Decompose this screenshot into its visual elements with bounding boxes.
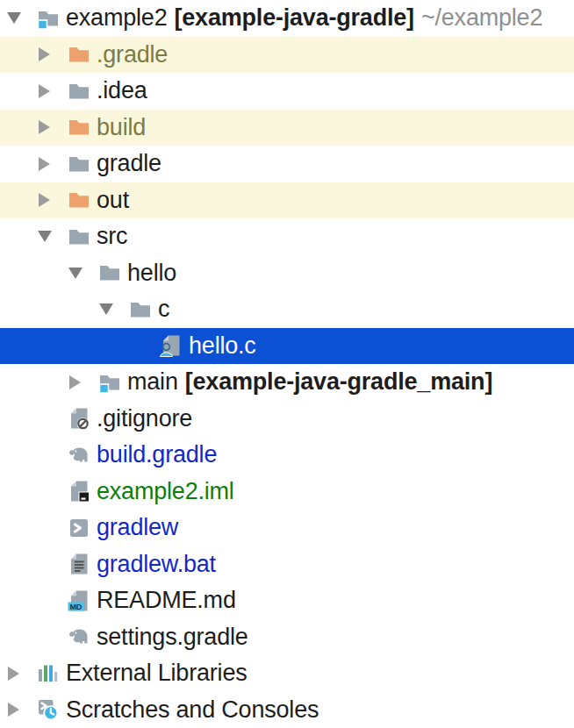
gradle-icon [68, 625, 90, 648]
tree-row-label: build [97, 114, 146, 141]
ignored-file-icon [68, 407, 90, 430]
tree-row-c[interactable]: c [0, 291, 574, 328]
tree-row-label: [example-java-gradle] [174, 4, 413, 32]
tree-row-scratches-consoles[interactable]: Scratches and Consoles [0, 692, 574, 728]
tree-row-dot-idea[interactable]: .idea [0, 73, 574, 110]
tree-row-label: out [97, 187, 129, 214]
project-folder-icon [37, 7, 60, 30]
tree-row-gradlew-bat[interactable]: gradlew.bat [0, 546, 574, 583]
tree-row-label: gradle [97, 150, 161, 177]
module-folder-icon [98, 371, 121, 394]
tree-row-gradlew[interactable]: gradlew [0, 510, 574, 546]
text-file-icon [68, 553, 90, 575]
tree-row-readme-md[interactable]: MDREADME.md [0, 582, 574, 619]
tree-row-label: settings.gradle [97, 624, 248, 651]
markdown-file-icon: MD [68, 589, 90, 612]
tree-row-label: example2.iml [97, 478, 234, 505]
tree-row-label: src [97, 223, 127, 250]
tree-row-label: .idea [97, 77, 147, 104]
iml-file-icon [68, 480, 90, 503]
tree-row-dot-gradle[interactable]: .gradle [0, 37, 574, 74]
expand-toggle-icon[interactable] [38, 193, 68, 207]
folder-icon [98, 261, 121, 284]
excluded-folder-icon [68, 116, 90, 139]
collapse-toggle-icon[interactable] [7, 12, 37, 24]
svg-text:MD: MD [69, 602, 82, 610]
tree-row-out[interactable]: out [0, 182, 574, 219]
expand-toggle-icon[interactable] [7, 667, 37, 681]
external-libraries-icon [37, 662, 60, 685]
expand-toggle-icon[interactable] [68, 375, 98, 389]
collapse-toggle-icon[interactable] [68, 268, 98, 279]
expand-toggle-icon[interactable] [38, 120, 68, 134]
excluded-folder-icon [68, 189, 90, 211]
expand-toggle-icon[interactable] [38, 47, 68, 61]
tree-row-example2-iml[interactable]: example2.iml [0, 474, 574, 510]
tree-row-external-libraries[interactable]: External Libraries [0, 655, 574, 692]
scratches-icon [37, 698, 60, 721]
expand-toggle-icon[interactable] [7, 703, 37, 717]
expand-toggle-icon[interactable] [38, 157, 68, 171]
tree-row-label: README.md [97, 587, 236, 614]
tree-row-label: Scratches and Consoles [66, 696, 319, 724]
folder-icon [68, 153, 90, 175]
tree-row-settings-gradle[interactable]: settings.gradle [0, 619, 574, 656]
folder-icon [129, 298, 152, 321]
collapse-toggle-icon[interactable] [38, 231, 68, 242]
tree-row-label: gradlew [97, 514, 178, 541]
tree-row-label: example2 [66, 4, 167, 32]
tree-row-label: [example-java-gradle_main] [185, 368, 492, 396]
tree-row-label: External Libraries [66, 660, 248, 687]
tree-row-src[interactable]: src [0, 218, 574, 255]
custom-file-icon [160, 334, 183, 357]
tree-row-project-root[interactable]: example2[example-java-gradle]~/example2 [0, 0, 574, 37]
expand-toggle-icon[interactable] [38, 84, 68, 98]
folder-icon [68, 80, 90, 103]
tree-row-gitignore[interactable]: .gitignore [0, 401, 574, 438]
tree-row-label: main [127, 368, 178, 396]
tree-row-hello[interactable]: hello [0, 255, 574, 292]
tree-row-build[interactable]: build [0, 110, 574, 146]
folder-icon [68, 225, 90, 248]
shell-script-icon [68, 517, 90, 539]
tree-row-build-gradle[interactable]: build.gradle [0, 437, 574, 474]
tree-row-label: ~/example2 [421, 4, 542, 32]
tree-row-label: hello.c [189, 332, 256, 360]
tree-row-hello-c[interactable]: hello.c [0, 328, 574, 365]
tree-row-gradle[interactable]: gradle [0, 146, 574, 182]
gradle-icon [68, 444, 90, 467]
tree-row-label: c [158, 296, 169, 323]
collapse-toggle-icon[interactable] [99, 303, 129, 315]
tree-row-label: .gradle [97, 41, 168, 68]
tree-row-label: build.gradle [97, 441, 217, 468]
tree-row-label: hello [127, 260, 176, 287]
tree-row-main[interactable]: main[example-java-gradle_main] [0, 364, 574, 401]
tree-row-label: .gitignore [97, 405, 192, 432]
project-tree: example2[example-java-gradle]~/example2 … [0, 0, 574, 728]
tree-row-label: gradlew.bat [97, 551, 216, 578]
excluded-folder-icon [68, 43, 90, 66]
